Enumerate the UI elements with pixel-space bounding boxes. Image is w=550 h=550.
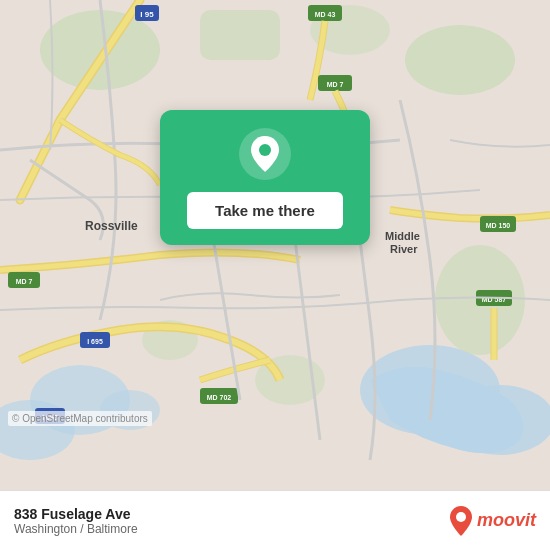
svg-point-6 [40,10,160,90]
address-text: 838 Fuselage Ave [14,506,138,522]
address-info: 838 Fuselage Ave Washington / Baltimore [14,506,138,536]
take-me-there-button[interactable]: Take me there [187,192,343,229]
map-attribution: © OpenStreetMap contributors [8,411,152,426]
svg-text:MD 43: MD 43 [315,11,336,18]
svg-text:River: River [390,243,418,255]
svg-text:MD 702: MD 702 [207,394,232,401]
svg-point-7 [405,25,515,95]
moovit-brand-text: moovit [477,510,536,531]
navigation-card: Take me there [160,110,370,245]
moovit-logo-icon [448,505,474,537]
svg-text:MD 7: MD 7 [327,81,344,88]
svg-text:Middle: Middle [385,230,420,242]
location-pin-icon [239,128,291,180]
svg-text:I 695: I 695 [87,338,103,345]
city-text: Washington / Baltimore [14,522,138,536]
map-container: I 95 MD 7 I 695 I 695 MD 702 MD 150 MD 5… [0,0,550,490]
svg-rect-9 [200,10,280,60]
moovit-logo: moovit [448,505,536,537]
svg-point-36 [456,512,466,522]
svg-point-35 [259,144,271,156]
svg-text:I 95: I 95 [140,10,154,19]
bottom-info-bar: 838 Fuselage Ave Washington / Baltimore … [0,490,550,550]
svg-text:Rossville: Rossville [85,219,138,233]
svg-text:MD 150: MD 150 [486,222,511,229]
svg-text:MD 7: MD 7 [16,278,33,285]
